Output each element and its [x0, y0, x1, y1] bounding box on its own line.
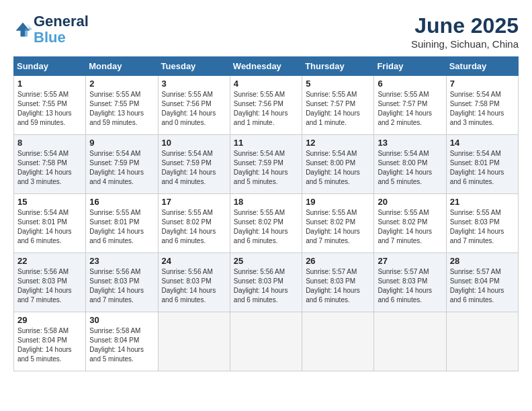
- cell-content: Sunrise: 5:55 AM Sunset: 8:02 PM Dayligh…: [162, 208, 226, 246]
- calendar-cell: 22Sunrise: 5:56 AM Sunset: 8:03 PM Dayli…: [14, 253, 86, 312]
- cell-content: Sunrise: 5:54 AM Sunset: 8:00 PM Dayligh…: [378, 149, 442, 187]
- day-number: 21: [450, 197, 515, 207]
- calendar-cell: [446, 312, 518, 371]
- day-number: 17: [162, 197, 226, 207]
- cell-content: Sunrise: 5:54 AM Sunset: 7:58 PM Dayligh…: [17, 149, 82, 187]
- cell-content: Sunrise: 5:55 AM Sunset: 7:57 PM Dayligh…: [378, 90, 442, 128]
- calendar-week-row: 8Sunrise: 5:54 AM Sunset: 7:58 PM Daylig…: [14, 135, 519, 194]
- day-number: 5: [306, 79, 370, 89]
- calendar-cell: [302, 312, 374, 371]
- calendar-week-row: 29Sunrise: 5:58 AM Sunset: 8:04 PM Dayli…: [14, 312, 519, 371]
- calendar-cell: 9Sunrise: 5:54 AM Sunset: 7:59 PM Daylig…: [86, 135, 158, 194]
- cell-content: Sunrise: 5:56 AM Sunset: 8:03 PM Dayligh…: [89, 267, 154, 305]
- calendar-cell: 21Sunrise: 5:55 AM Sunset: 8:03 PM Dayli…: [446, 194, 518, 253]
- cell-content: Sunrise: 5:54 AM Sunset: 8:01 PM Dayligh…: [450, 149, 515, 187]
- calendar-cell: 3Sunrise: 5:55 AM Sunset: 7:56 PM Daylig…: [158, 76, 230, 135]
- cell-content: Sunrise: 5:58 AM Sunset: 8:04 PM Dayligh…: [17, 326, 82, 364]
- day-number: 16: [89, 197, 154, 207]
- cell-content: Sunrise: 5:55 AM Sunset: 8:02 PM Dayligh…: [306, 208, 370, 246]
- calendar-cell: 24Sunrise: 5:56 AM Sunset: 8:03 PM Dayli…: [158, 253, 230, 312]
- day-number: 12: [306, 138, 370, 148]
- calendar-cell: 10Sunrise: 5:54 AM Sunset: 7:59 PM Dayli…: [158, 135, 230, 194]
- day-number: 22: [17, 256, 82, 266]
- cell-content: Sunrise: 5:54 AM Sunset: 7:58 PM Dayligh…: [450, 90, 515, 128]
- calendar-cell: 29Sunrise: 5:58 AM Sunset: 8:04 PM Dayli…: [14, 312, 86, 371]
- cell-content: Sunrise: 5:55 AM Sunset: 8:02 PM Dayligh…: [378, 208, 442, 246]
- cell-content: Sunrise: 5:57 AM Sunset: 8:03 PM Dayligh…: [306, 267, 370, 305]
- day-number: 27: [378, 256, 442, 266]
- day-number: 23: [89, 256, 154, 266]
- day-header-wednesday: Wednesday: [230, 57, 302, 76]
- day-number: 13: [378, 138, 442, 148]
- day-number: 15: [17, 197, 82, 207]
- day-header-thursday: Thursday: [302, 57, 374, 76]
- day-number: 1: [17, 79, 82, 89]
- day-number: 3: [162, 79, 226, 89]
- calendar-cell: 27Sunrise: 5:57 AM Sunset: 8:03 PM Dayli…: [374, 253, 446, 312]
- cell-content: Sunrise: 5:57 AM Sunset: 8:03 PM Dayligh…: [378, 267, 442, 305]
- cell-content: Sunrise: 5:56 AM Sunset: 8:03 PM Dayligh…: [162, 267, 226, 305]
- day-header-sunday: Sunday: [14, 57, 86, 76]
- calendar-cell: 25Sunrise: 5:56 AM Sunset: 8:03 PM Dayli…: [230, 253, 302, 312]
- cell-content: Sunrise: 5:54 AM Sunset: 7:59 PM Dayligh…: [89, 149, 154, 187]
- calendar-cell: 5Sunrise: 5:55 AM Sunset: 7:57 PM Daylig…: [302, 76, 374, 135]
- location: Suining, Sichuan, China: [411, 38, 519, 50]
- calendar-body: 1Sunrise: 5:55 AM Sunset: 7:55 PM Daylig…: [14, 76, 519, 371]
- day-header-monday: Monday: [86, 57, 158, 76]
- calendar-cell: 15Sunrise: 5:54 AM Sunset: 8:01 PM Dayli…: [14, 194, 86, 253]
- day-number: 6: [378, 79, 442, 89]
- day-number: 26: [306, 256, 370, 266]
- calendar-cell: 20Sunrise: 5:55 AM Sunset: 8:02 PM Dayli…: [374, 194, 446, 253]
- day-header-saturday: Saturday: [446, 57, 518, 76]
- cell-content: Sunrise: 5:54 AM Sunset: 7:59 PM Dayligh…: [234, 149, 298, 187]
- cell-content: Sunrise: 5:54 AM Sunset: 8:00 PM Dayligh…: [306, 149, 370, 187]
- calendar-cell: [158, 312, 230, 371]
- cell-content: Sunrise: 5:55 AM Sunset: 7:55 PM Dayligh…: [17, 90, 82, 128]
- logo-line1: General Blue: [34, 13, 89, 46]
- day-number: 25: [234, 256, 298, 266]
- calendar-cell: 8Sunrise: 5:54 AM Sunset: 7:58 PM Daylig…: [14, 135, 86, 194]
- calendar-cell: [230, 312, 302, 371]
- day-header-tuesday: Tuesday: [158, 57, 230, 76]
- calendar-table: SundayMondayTuesdayWednesdayThursdayFrid…: [13, 56, 519, 371]
- day-number: 28: [450, 256, 515, 266]
- calendar-cell: 26Sunrise: 5:57 AM Sunset: 8:03 PM Dayli…: [302, 253, 374, 312]
- calendar-cell: 2Sunrise: 5:55 AM Sunset: 7:55 PM Daylig…: [86, 76, 158, 135]
- cell-content: Sunrise: 5:55 AM Sunset: 7:55 PM Dayligh…: [89, 90, 154, 128]
- day-header-friday: Friday: [374, 57, 446, 76]
- calendar-cell: 1Sunrise: 5:55 AM Sunset: 7:55 PM Daylig…: [14, 76, 86, 135]
- page-header: General Blue June 2025 Suining, Sichuan,…: [13, 13, 519, 50]
- cell-content: Sunrise: 5:54 AM Sunset: 8:01 PM Dayligh…: [17, 208, 82, 246]
- cell-content: Sunrise: 5:55 AM Sunset: 7:57 PM Dayligh…: [306, 90, 370, 128]
- calendar-week-row: 1Sunrise: 5:55 AM Sunset: 7:55 PM Daylig…: [14, 76, 519, 135]
- calendar-cell: 28Sunrise: 5:57 AM Sunset: 8:04 PM Dayli…: [446, 253, 518, 312]
- day-number: 20: [378, 197, 442, 207]
- cell-content: Sunrise: 5:58 AM Sunset: 8:04 PM Dayligh…: [89, 326, 154, 364]
- day-number: 4: [234, 79, 298, 89]
- cell-content: Sunrise: 5:56 AM Sunset: 8:03 PM Dayligh…: [17, 267, 82, 305]
- calendar-cell: 30Sunrise: 5:58 AM Sunset: 8:04 PM Dayli…: [86, 312, 158, 371]
- calendar-cell: 12Sunrise: 5:54 AM Sunset: 8:00 PM Dayli…: [302, 135, 374, 194]
- day-number: 29: [17, 315, 82, 325]
- title-block: June 2025 Suining, Sichuan, China: [411, 13, 519, 50]
- cell-content: Sunrise: 5:57 AM Sunset: 8:04 PM Dayligh…: [450, 267, 515, 305]
- day-number: 8: [17, 138, 82, 148]
- day-number: 10: [162, 138, 226, 148]
- cell-content: Sunrise: 5:55 AM Sunset: 7:56 PM Dayligh…: [234, 90, 298, 128]
- logo: General Blue: [13, 13, 89, 46]
- calendar-cell: 19Sunrise: 5:55 AM Sunset: 8:02 PM Dayli…: [302, 194, 374, 253]
- calendar-cell: [374, 312, 446, 371]
- calendar-cell: 11Sunrise: 5:54 AM Sunset: 7:59 PM Dayli…: [230, 135, 302, 194]
- calendar-week-row: 15Sunrise: 5:54 AM Sunset: 8:01 PM Dayli…: [14, 194, 519, 253]
- calendar-cell: 6Sunrise: 5:55 AM Sunset: 7:57 PM Daylig…: [374, 76, 446, 135]
- day-number: 19: [306, 197, 370, 207]
- calendar-cell: 18Sunrise: 5:55 AM Sunset: 8:02 PM Dayli…: [230, 194, 302, 253]
- calendar-cell: 16Sunrise: 5:55 AM Sunset: 8:01 PM Dayli…: [86, 194, 158, 253]
- calendar-week-row: 22Sunrise: 5:56 AM Sunset: 8:03 PM Dayli…: [14, 253, 519, 312]
- day-number: 2: [89, 79, 154, 89]
- day-number: 7: [450, 79, 515, 89]
- calendar-cell: 7Sunrise: 5:54 AM Sunset: 7:58 PM Daylig…: [446, 76, 518, 135]
- cell-content: Sunrise: 5:55 AM Sunset: 7:56 PM Dayligh…: [162, 90, 226, 128]
- calendar-cell: 17Sunrise: 5:55 AM Sunset: 8:02 PM Dayli…: [158, 194, 230, 253]
- day-number: 30: [89, 315, 154, 325]
